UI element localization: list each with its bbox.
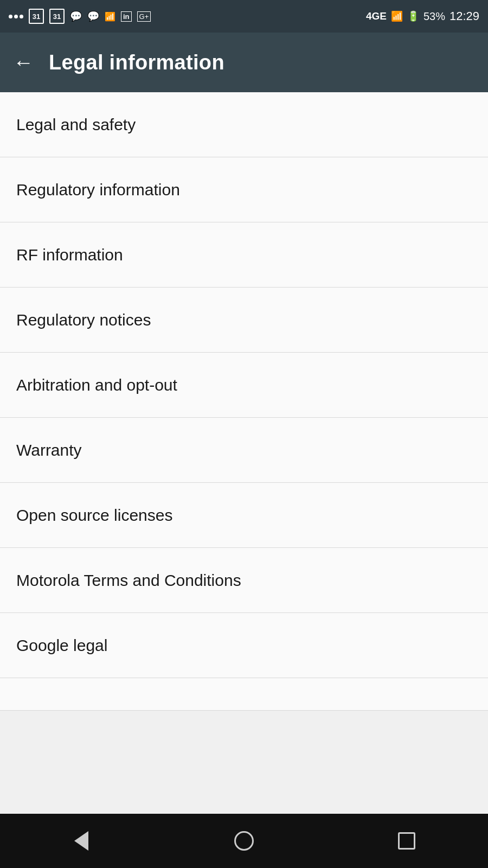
list-item[interactable]: Warranty <box>0 418 488 483</box>
battery-percent-label: 53% <box>423 10 445 23</box>
battery-icon: 🔋 <box>407 10 419 22</box>
list-item-label: Regulatory information <box>16 181 180 199</box>
extra-icon: G+ <box>137 11 151 22</box>
status-bar: 31 31 💬 💬 📶 in G+ 4GE 📶 🔋 53% 12:29 <box>0 0 488 33</box>
recents-nav-icon <box>398 832 415 850</box>
list-item-label: RF information <box>16 246 123 264</box>
list-item[interactable]: Google legal <box>0 613 488 678</box>
wifi-icon: 📶 <box>105 11 115 22</box>
navigation-bar <box>0 814 488 868</box>
back-button[interactable]: ← <box>13 52 34 73</box>
menu-list: Legal and safety Regulatory information … <box>0 92 488 711</box>
list-item-label: Open source licenses <box>16 506 173 525</box>
list-item-label: Google legal <box>16 636 107 655</box>
status-bar-right-icons: 4GE 📶 🔋 53% 12:29 <box>366 9 479 23</box>
list-item[interactable]: Legal and safety <box>0 92 488 157</box>
network-type-label: 4GE <box>366 10 387 22</box>
speech-icon-1: 💬 <box>70 10 82 22</box>
list-item-label: Arbitration and opt-out <box>16 376 177 394</box>
speech-icon-2: 💬 <box>87 10 99 22</box>
calendar-icon-1: 31 <box>29 9 44 24</box>
status-bar-left-icons: 31 31 💬 💬 📶 in G+ <box>9 9 151 24</box>
home-nav-icon <box>234 831 254 851</box>
time-label: 12:29 <box>450 9 479 23</box>
menu-icon <box>9 15 23 18</box>
page-title: Legal information <box>49 51 224 74</box>
home-nav-button[interactable] <box>222 825 266 857</box>
list-item-partial[interactable] <box>0 678 488 711</box>
list-item[interactable]: RF information <box>0 222 488 288</box>
signal-icon: 📶 <box>391 10 403 22</box>
list-item[interactable]: Regulatory information <box>0 157 488 222</box>
list-item-label: Warranty <box>16 441 82 459</box>
list-item-label: Regulatory notices <box>16 311 151 329</box>
list-item[interactable]: Open source licenses <box>0 483 488 548</box>
app-bar: ← Legal information <box>0 33 488 92</box>
list-item[interactable]: Motorola Terms and Conditions <box>0 548 488 613</box>
calendar-icon-2: 31 <box>49 9 65 24</box>
recents-nav-button[interactable] <box>385 825 428 857</box>
linkedin-icon: in <box>121 11 132 22</box>
list-item[interactable]: Arbitration and opt-out <box>0 353 488 418</box>
list-item-label: Legal and safety <box>16 116 136 134</box>
back-nav-icon <box>74 831 88 851</box>
list-item-label: Motorola Terms and Conditions <box>16 571 241 590</box>
list-item[interactable]: Regulatory notices <box>0 288 488 353</box>
back-nav-button[interactable] <box>60 825 103 857</box>
